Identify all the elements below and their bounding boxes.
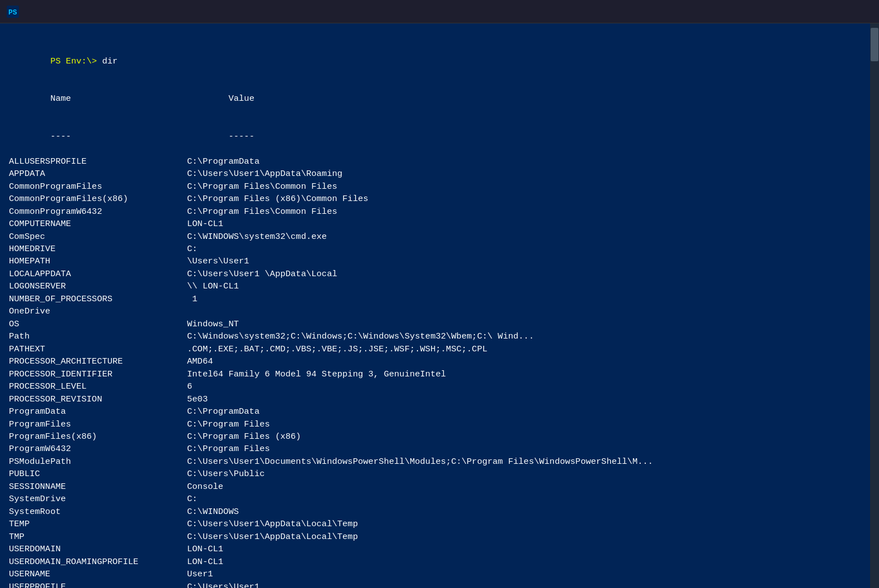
row-name: PROCESSOR_REVISION — [9, 393, 187, 405]
row-value: C:\Program Files\Common Files — [187, 207, 337, 217]
table-row: HOMEPATH\Users\User1 — [9, 255, 861, 267]
row-name: PATHEXT — [9, 343, 187, 355]
table-row: NUMBER_OF_PROCESSORS 1 — [9, 293, 861, 305]
row-name: CommonProgramFiles(x86) — [9, 193, 187, 205]
content-area: PS Env:\> dir NameValue --------- ALLUSE… — [0, 23, 879, 588]
row-value: C:\Windows\system32;C:\Windows;C:\Window… — [187, 331, 534, 341]
table-row: USERPROFILEC:\Users\User1 — [9, 581, 861, 588]
table-row: OneDrive — [9, 305, 861, 317]
row-value: C:\Program Files — [187, 444, 270, 454]
row-value: LON-CL1 — [187, 219, 223, 229]
row-name: TMP — [9, 531, 187, 543]
table-row: SystemRootC:\WINDOWS — [9, 506, 861, 518]
row-name: PROCESSOR_LEVEL — [9, 380, 187, 393]
blank-line — [9, 30, 861, 42]
col-name-header: Name — [50, 92, 228, 105]
row-name: LOGONSERVER — [9, 280, 187, 292]
row-name: PROCESSOR_IDENTIFIER — [9, 368, 187, 380]
table-row: ProgramFiles(x86)C:\Program Files (x86) — [9, 430, 861, 443]
row-value: C:\Users\User1 — [187, 582, 259, 588]
titlebar: PS — [0, 0, 879, 23]
row-name: PSModulePath — [9, 455, 187, 468]
row-value: Windows_NT — [187, 319, 239, 329]
row-value: C:\Program Files (x86) — [187, 432, 301, 442]
row-name: ComSpec — [9, 231, 187, 243]
row-value: \Users\User1 — [187, 256, 249, 266]
row-name: ProgramFiles(x86) — [9, 430, 187, 443]
row-name: PUBLIC — [9, 468, 187, 480]
table-row: PSModulePathC:\Users\User1\Documents\Win… — [9, 455, 861, 468]
header-row: NameValue — [9, 80, 861, 117]
table-row: TEMPC:\Users\User1\AppData\Local\Temp — [9, 518, 861, 530]
row-value: C:\Program Files (x86)\Common Files — [187, 194, 369, 204]
row-value: Console — [187, 482, 223, 492]
row-value: C:\Users\User1\AppData\Local\Temp — [187, 519, 358, 529]
row-value: C:\WINDOWS\system32\cmd.exe — [187, 232, 327, 242]
table-row: PROCESSOR_ARCHITECTUREAMD64 — [9, 355, 861, 367]
table-row: PathC:\Windows\system32;C:\Windows;C:\Wi… — [9, 330, 861, 342]
command-prompt-line: PS Env:\> dir — [9, 42, 861, 80]
row-value: C: — [187, 244, 198, 254]
table-row: ProgramW6432C:\Program Files — [9, 443, 861, 455]
row-value: C:\WINDOWS — [187, 507, 239, 517]
maximize-button[interactable] — [821, 0, 847, 23]
table-row: TMPC:\Users\User1\AppData\Local\Temp — [9, 531, 861, 543]
table-row: CommonProgramW6432C:\Program Files\Commo… — [9, 205, 861, 218]
terminal-output[interactable]: PS Env:\> dir NameValue --------- ALLUSE… — [0, 23, 870, 588]
minimize-button[interactable] — [795, 0, 821, 23]
svg-text:PS: PS — [8, 8, 17, 17]
row-value: C:\Users\Public — [187, 469, 265, 479]
row-name: USERPROFILE — [9, 581, 187, 588]
table-row: COMPUTERNAMELON-CL1 — [9, 218, 861, 230]
row-name: CommonProgramW6432 — [9, 205, 187, 218]
separator-row: --------- — [9, 117, 861, 155]
scrollbar-thumb[interactable] — [871, 28, 878, 61]
table-row: LOGONSERVER\\ LON-CL1 — [9, 280, 861, 292]
prompt-text: PS Env:\> — [50, 56, 102, 66]
row-name: CommonProgramFiles — [9, 180, 187, 193]
row-name: LOCALAPPDATA — [9, 268, 187, 280]
row-name: HOMEDRIVE — [9, 243, 187, 255]
row-name: SESSIONNAME — [9, 481, 187, 493]
row-name: NUMBER_OF_PROCESSORS — [9, 293, 187, 305]
row-name: ProgramW6432 — [9, 443, 187, 455]
row-name: ProgramFiles — [9, 418, 187, 430]
scrollbar[interactable] — [870, 23, 879, 588]
table-row: HOMEDRIVEC: — [9, 243, 861, 255]
row-value: 1 — [187, 294, 198, 304]
row-name: SystemRoot — [9, 506, 187, 518]
row-name: USERNAME — [9, 568, 187, 580]
table-row: CommonProgramFilesC:\Program Files\Commo… — [9, 180, 861, 193]
row-value: C:\Program Files — [187, 419, 270, 429]
powershell-window: PS PS Env:\> dir NameValue --------- — [0, 0, 879, 588]
row-name: PROCESSOR_ARCHITECTURE — [9, 355, 187, 367]
table-row: PUBLICC:\Users\Public — [9, 468, 861, 480]
window-controls — [795, 0, 872, 23]
table-row: ComSpecC:\WINDOWS\system32\cmd.exe — [9, 231, 861, 243]
table-row: USERDOMAIN_ROAMINGPROFILELON-CL1 — [9, 556, 861, 568]
row-value: LON-CL1 — [187, 544, 223, 554]
row-value: 5e03 — [187, 394, 208, 404]
table-row: PROCESSOR_REVISION5e03 — [9, 393, 861, 405]
table-row: LOCALAPPDATAC:\Users\User1 \AppData\Loca… — [9, 268, 861, 280]
row-value: C:\Users\User1 \AppData\Local — [187, 269, 337, 279]
row-value: AMD64 — [187, 356, 213, 366]
row-value: C:\ProgramData — [187, 156, 259, 166]
row-name: Path — [9, 330, 187, 342]
table-row: PROCESSOR_IDENTIFIERIntel64 Family 6 Mod… — [9, 368, 861, 380]
row-value: C:\ProgramData — [187, 406, 259, 416]
close-button[interactable] — [847, 0, 872, 23]
row-name: SystemDrive — [9, 493, 187, 505]
row-value: Intel64 Family 6 Model 94 Stepping 3, Ge… — [187, 369, 446, 379]
row-value: 6 — [187, 381, 192, 391]
row-name: USERDOMAIN — [9, 543, 187, 555]
table-row: OSWindows_NT — [9, 318, 861, 330]
row-name: TEMP — [9, 518, 187, 530]
row-value: LON-CL1 — [187, 557, 223, 567]
row-name: HOMEPATH — [9, 255, 187, 267]
table-row: ProgramDataC:\ProgramData — [9, 405, 861, 418]
row-value: .COM;.EXE;.BAT;.CMD;.VBS;.VBE;.JS;.JSE;.… — [187, 344, 488, 354]
row-name: OS — [9, 318, 187, 330]
table-row: USERNAMEUser1 — [9, 568, 861, 580]
table-row: APPDATAC:\Users\User1\AppData\Roaming — [9, 168, 861, 180]
